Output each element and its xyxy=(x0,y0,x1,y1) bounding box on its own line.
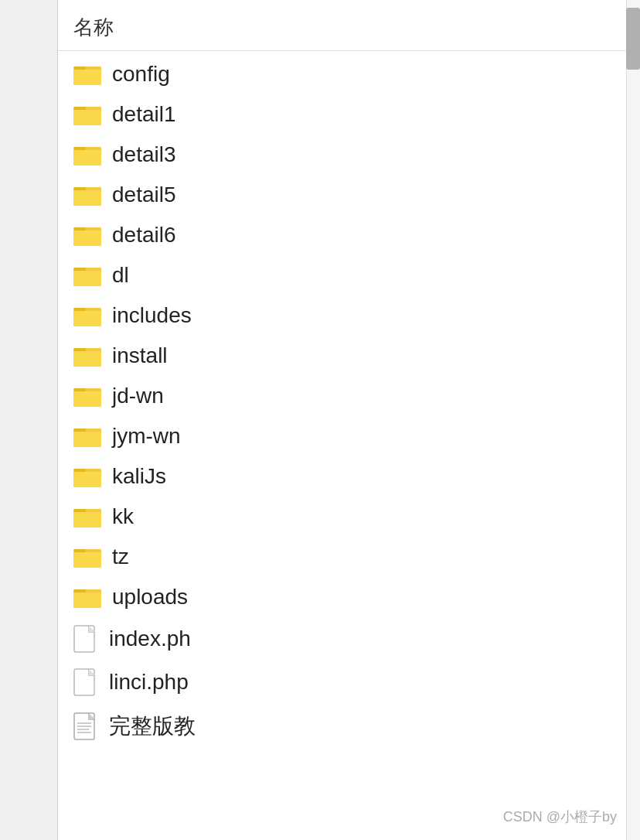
svg-rect-35 xyxy=(74,509,86,512)
folder-icon xyxy=(73,464,101,489)
list-item[interactable]: detail3 xyxy=(58,135,640,175)
svg-rect-17 xyxy=(74,268,86,271)
folder-icon xyxy=(73,585,101,610)
list-item[interactable]: index.ph xyxy=(58,617,640,661)
item-name: detail6 xyxy=(112,223,176,248)
list-item[interactable]: linci.php xyxy=(58,661,640,704)
svg-rect-26 xyxy=(74,388,86,391)
main-content: 名称 config detail1 detail3 detail5 xyxy=(58,0,640,840)
folder-icon xyxy=(73,303,101,328)
list-item[interactable]: jd-wn xyxy=(58,376,640,416)
item-name: kaliJs xyxy=(112,464,166,489)
item-name: install xyxy=(112,343,168,368)
item-name: kk xyxy=(112,504,134,529)
list-item[interactable]: kaliJs xyxy=(58,456,640,497)
folder-icon xyxy=(73,62,101,87)
folder-icon xyxy=(73,142,101,167)
svg-rect-2 xyxy=(74,67,86,70)
folder-icon xyxy=(73,263,101,288)
folder-icon xyxy=(73,424,101,449)
item-name: linci.php xyxy=(109,670,189,695)
list-item[interactable]: detail5 xyxy=(58,175,640,215)
svg-rect-8 xyxy=(74,147,86,150)
list-item[interactable]: dl xyxy=(58,255,640,295)
column-header: 名称 xyxy=(58,8,640,51)
item-name: index.ph xyxy=(109,627,191,651)
svg-rect-20 xyxy=(74,308,86,311)
folder-icon xyxy=(73,343,101,368)
svg-rect-14 xyxy=(74,227,86,230)
list-item[interactable]: uploads xyxy=(58,577,640,617)
list-item[interactable]: kk xyxy=(58,497,640,537)
svg-rect-38 xyxy=(74,549,86,552)
item-name: jym-wn xyxy=(112,424,181,449)
list-item[interactable]: install xyxy=(58,336,640,376)
folder-icon xyxy=(73,384,101,408)
scrollbar[interactable] xyxy=(626,0,640,840)
item-name: includes xyxy=(112,303,192,328)
svg-rect-32 xyxy=(74,469,86,472)
list-item[interactable]: jym-wn xyxy=(58,416,640,456)
item-name: 完整版教 xyxy=(109,712,196,741)
item-name: detail3 xyxy=(112,142,176,167)
file-icon xyxy=(73,668,98,696)
list-item[interactable]: tz xyxy=(58,537,640,577)
folder-icon xyxy=(73,545,101,569)
folder-icon xyxy=(73,223,101,248)
folder-icon xyxy=(73,102,101,127)
list-item[interactable]: detail6 xyxy=(58,215,640,255)
item-name: config xyxy=(112,62,170,87)
list-item[interactable]: config xyxy=(58,54,640,94)
item-name: detail5 xyxy=(112,183,176,207)
svg-rect-5 xyxy=(74,107,86,110)
item-name: detail1 xyxy=(112,102,176,127)
item-name: tz xyxy=(112,545,129,569)
svg-rect-41 xyxy=(74,589,86,592)
doc-icon xyxy=(73,712,98,740)
item-name: dl xyxy=(112,263,129,288)
file-list: config detail1 detail3 detail5 detail6 xyxy=(58,54,640,749)
folder-icon xyxy=(73,183,101,207)
list-item[interactable]: 完整版教 xyxy=(58,704,640,749)
main-container: 名称 config detail1 detail3 detail5 xyxy=(0,0,640,840)
folder-icon xyxy=(73,504,101,529)
svg-rect-29 xyxy=(74,429,86,432)
scrollbar-thumb[interactable] xyxy=(626,8,640,70)
watermark: CSDN @小橙子by xyxy=(503,808,617,826)
left-panel xyxy=(0,0,58,840)
file-icon xyxy=(73,625,98,653)
item-name: jd-wn xyxy=(112,384,164,408)
list-item[interactable]: includes xyxy=(58,295,640,336)
svg-rect-11 xyxy=(74,187,86,190)
svg-rect-23 xyxy=(74,348,86,351)
item-name: uploads xyxy=(112,585,188,610)
list-item[interactable]: detail1 xyxy=(58,94,640,135)
